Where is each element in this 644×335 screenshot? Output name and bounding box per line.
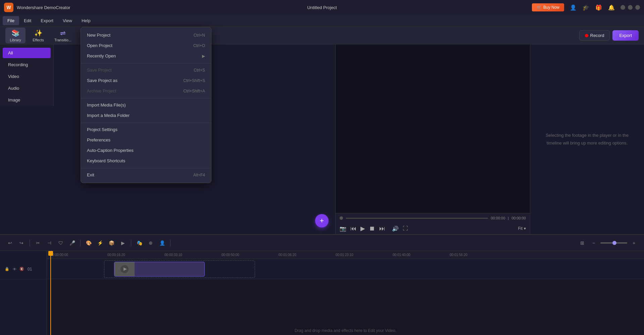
- sidebar-item-video[interactable]: Video: [3, 71, 51, 82]
- zoom-thumb[interactable]: [612, 241, 616, 245]
- redo-button[interactable]: ↪: [17, 238, 26, 248]
- import-media-files-item[interactable]: Import Media File(s): [81, 100, 211, 110]
- sidebar-item-all[interactable]: All: [3, 48, 51, 58]
- color-btn[interactable]: 🎨: [84, 238, 93, 248]
- track-effects-btn[interactable]: 🎭: [135, 238, 144, 248]
- avatar-btn[interactable]: 👤: [157, 238, 167, 248]
- recently-open-item[interactable]: Recently Open ▶: [81, 51, 211, 61]
- open-project-item[interactable]: Open Project Ctrl+O: [81, 40, 211, 51]
- new-project-item[interactable]: New Project Ctrl+N: [81, 30, 211, 40]
- preferences-item[interactable]: Preferences: [81, 135, 211, 145]
- selection-hint: Selecting the footage in the player or i…: [540, 132, 634, 146]
- project-settings-item[interactable]: Project Settings: [81, 124, 211, 135]
- keyboard-shortcuts-item[interactable]: Keyboard Shortcuts: [81, 156, 211, 166]
- speed-btn[interactable]: ⚡: [95, 238, 105, 248]
- title-bar: W Wondershare DemoCreator Untitled Proje…: [0, 0, 644, 15]
- timeline-content: 🔒 👁 🔇 01 00:00:00:00 00:00:16:20 00:00:3…: [0, 251, 644, 335]
- tl-sep-1: [30, 240, 30, 246]
- sidebar-item-image[interactable]: Image: [3, 95, 51, 105]
- zoom-track[interactable]: [600, 242, 627, 244]
- file-menu-section-5: Exit Alt+F4: [81, 168, 211, 181]
- ruler-spacer: [0, 251, 47, 259]
- right-info-panel: Selecting the footage in the player or i…: [530, 44, 644, 234]
- exit-item[interactable]: Exit Alt+F4: [81, 170, 211, 180]
- save-project-as-label: Save Project as: [87, 78, 117, 83]
- tl-sep-2: [80, 240, 81, 246]
- file-menu-section-2: Save Project Ctrl+S Save Project as Ctrl…: [81, 63, 211, 97]
- forward-button[interactable]: ⏭: [379, 225, 385, 232]
- open-project-label: Open Project: [87, 43, 112, 48]
- save-project-item: Save Project Ctrl+S: [81, 65, 211, 75]
- menu-help[interactable]: Help: [77, 16, 95, 25]
- transitions-tab[interactable]: ⇌ Transitio...: [51, 28, 75, 43]
- screenshot-icon[interactable]: 📷: [340, 225, 346, 232]
- motion-track-btn[interactable]: ⊕: [146, 238, 155, 248]
- play-range-btn[interactable]: ▶: [118, 238, 128, 248]
- menu-edit[interactable]: Edit: [19, 16, 36, 25]
- fullscreen-icon[interactable]: ⛶: [403, 225, 408, 232]
- auto-caption-item[interactable]: Auto-Caption Properties: [81, 145, 211, 156]
- rewind-button[interactable]: ⏮: [350, 225, 356, 232]
- volume-icon[interactable]: 🔊: [392, 225, 399, 232]
- sidebar-item-audio[interactable]: Audio: [3, 83, 51, 93]
- eye-icon[interactable]: 👁: [11, 266, 17, 272]
- current-time: 00:00:00: [491, 216, 505, 220]
- time-separator: |: [508, 216, 509, 220]
- close-button[interactable]: [635, 5, 640, 10]
- graduation-icon[interactable]: 🎓: [582, 4, 590, 11]
- zoom-in-button[interactable]: +: [629, 238, 639, 248]
- cut-button[interactable]: ✂: [33, 238, 43, 248]
- mute-icon[interactable]: 🔇: [19, 266, 25, 272]
- save-project-as-item[interactable]: Save Project as Ctrl+Shift+S: [81, 75, 211, 86]
- cart-icon: 🛒: [537, 5, 542, 10]
- exit-shortcut: Alt+F4: [193, 173, 205, 177]
- gift-icon[interactable]: 🎁: [595, 4, 602, 11]
- playhead[interactable]: [50, 251, 51, 335]
- menu-file[interactable]: File: [3, 16, 19, 25]
- window-title: Untitled Project: [307, 5, 337, 10]
- preview-timeline-controls: 00:00:00 | 00:00:00: [336, 213, 530, 223]
- tl-sep-3: [131, 240, 131, 246]
- add-track-button[interactable]: ⊞: [578, 238, 587, 248]
- buy-now-button[interactable]: 🛒 Buy Now: [532, 3, 564, 11]
- stop-button[interactable]: ⏹: [369, 225, 375, 232]
- play-button[interactable]: ▶: [360, 225, 365, 232]
- import-media-folder-item[interactable]: Import a Media Folder: [81, 110, 211, 121]
- bell-icon[interactable]: 🔔: [608, 4, 615, 11]
- app-name: Wondershare DemoCreator: [17, 5, 70, 10]
- ruler-mark-5: 00:01:23:10: [336, 253, 353, 257]
- fit-dropdown[interactable]: Fit ▾: [518, 226, 526, 231]
- ruler-mark-1: 00:00:16:20: [107, 253, 125, 257]
- track-clip[interactable]: [114, 262, 205, 277]
- timeline-toolbar: ↩ ↪ ✂ ⊣ 🛡 🎤 🎨 ⚡ 📦 ▶ 🎭 ⊕ 👤 ⊞ −: [0, 235, 644, 251]
- split-button[interactable]: ⊣: [45, 238, 54, 248]
- ruler-mark-6: 00:01:40:00: [393, 253, 410, 257]
- record-dot: [585, 34, 588, 37]
- drop-hint: Drag and drop media and effects here to …: [47, 326, 644, 335]
- keyboard-shortcuts-label: Keyboard Shortcuts: [87, 158, 125, 163]
- export-button[interactable]: Export: [612, 30, 639, 41]
- add-media-button[interactable]: +: [315, 214, 329, 227]
- undo-button[interactable]: ↩: [5, 238, 15, 248]
- mask-button[interactable]: 🛡: [56, 238, 65, 248]
- effects-tab[interactable]: ✨ Effects: [28, 28, 48, 43]
- lock-icon[interactable]: 🔒: [4, 266, 10, 272]
- menu-export[interactable]: Export: [36, 16, 58, 25]
- library-tab[interactable]: 📚 Library: [5, 28, 26, 43]
- sticker-btn[interactable]: 📦: [107, 238, 116, 248]
- project-settings-label: Project Settings: [87, 127, 117, 132]
- preview-seek-bar[interactable]: [346, 218, 488, 219]
- fit-chevron-icon: ▾: [524, 226, 526, 231]
- track-area-1[interactable]: [47, 259, 644, 279]
- menu-view[interactable]: View: [58, 16, 77, 25]
- import-media-files-label: Import Media File(s): [87, 102, 126, 108]
- profile-icon[interactable]: 👤: [569, 4, 577, 11]
- record-button[interactable]: Record: [579, 30, 610, 41]
- zoom-out-button[interactable]: −: [589, 238, 598, 248]
- track-controls: 🔒 👁 🔇: [4, 266, 25, 272]
- maximize-button[interactable]: [628, 5, 633, 10]
- mic-button[interactable]: 🎤: [67, 238, 77, 248]
- minimize-button[interactable]: [621, 5, 625, 10]
- sidebar-item-recording[interactable]: Recording: [3, 59, 51, 70]
- save-project-as-shortcut: Ctrl+Shift+S: [183, 78, 205, 83]
